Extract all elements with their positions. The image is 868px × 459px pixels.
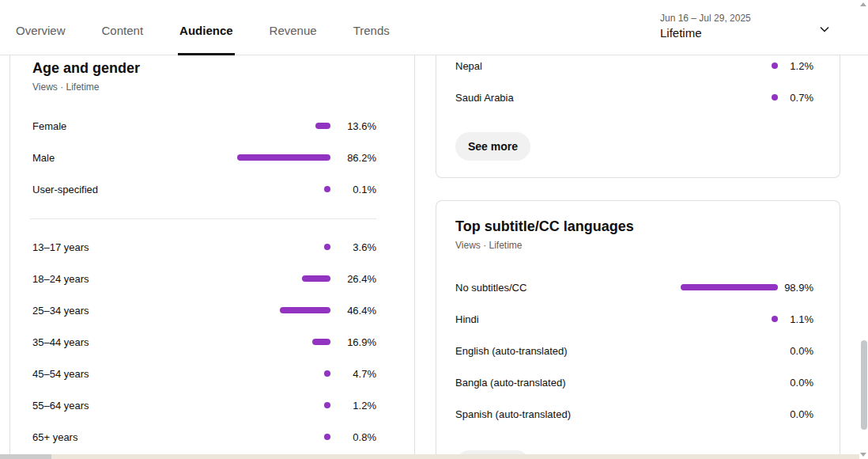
- bar-zone: [680, 284, 778, 290]
- row-value: 3.6%: [330, 241, 376, 253]
- subtitle-rows: No subtitles/CC98.9%Hindi1.1%English (au…: [436, 271, 840, 430]
- row-value: 16.9%: [330, 336, 376, 348]
- value-bar: [681, 284, 778, 290]
- analytics-header: OverviewContentAudienceRevenueTrends Jun…: [0, 0, 868, 55]
- value-bar: [237, 154, 330, 161]
- row-value: 26.4%: [330, 273, 376, 285]
- stat-row: Female13.6%: [10, 110, 414, 142]
- bar-zone: [222, 186, 330, 192]
- tab-bar: OverviewContentAudienceRevenueTrends: [14, 0, 391, 55]
- row-label: Bangla (auto-translated): [455, 377, 680, 389]
- row-value: 46.4%: [330, 305, 376, 317]
- tab-audience[interactable]: Audience: [178, 24, 235, 55]
- horizontal-scrollbar-thumb[interactable]: [0, 454, 51, 459]
- age-gender-card: Age and gender Views · Lifetime Female13…: [9, 47, 415, 459]
- bar-zone: [222, 370, 330, 377]
- stat-row: 65+ years0.8%: [10, 421, 414, 453]
- stat-row: 35–44 years16.9%: [10, 326, 414, 358]
- bar-zone: [222, 275, 330, 282]
- subtitle-card-title: Top subtitle/CC languages: [455, 218, 813, 234]
- bar-zone: [222, 434, 330, 440]
- row-value: 0.7%: [778, 92, 813, 104]
- row-label: 18–24 years: [32, 273, 222, 285]
- stat-row: 25–34 years46.4%: [10, 294, 414, 326]
- gender-rows: Female13.6%Male86.2%User-specified0.1%: [10, 110, 414, 205]
- value-bar: [315, 123, 330, 129]
- row-label: 45–54 years: [32, 368, 222, 380]
- subtitle-card-subtitle: Views · Lifetime: [455, 240, 813, 251]
- row-value: 13.6%: [330, 120, 376, 132]
- vertical-scrollbar-thumb[interactable]: [861, 340, 867, 430]
- horizontal-scrollbar[interactable]: [0, 454, 859, 459]
- row-label: 65+ years: [32, 431, 222, 443]
- row-label: Hindi: [455, 313, 680, 325]
- age-gender-title: Age and gender: [32, 60, 376, 76]
- row-label: 13–17 years: [32, 241, 222, 253]
- value-bar: [324, 186, 330, 192]
- date-period-text: Lifetime: [660, 25, 842, 42]
- value-bar: [772, 94, 778, 101]
- value-bar: [324, 244, 330, 250]
- row-label: Saudi Arabia: [455, 92, 680, 104]
- bar-zone: [680, 63, 778, 69]
- tab-content[interactable]: Content: [100, 24, 145, 55]
- stat-row: No subtitles/CC98.9%: [436, 271, 840, 303]
- tab-trends[interactable]: Trends: [352, 24, 391, 55]
- row-label: User-specified: [32, 184, 222, 195]
- row-value: 4.7%: [330, 368, 376, 380]
- row-value: 0.0%: [778, 377, 813, 389]
- bar-zone: [222, 154, 330, 161]
- stat-row: 18–24 years26.4%: [10, 263, 414, 294]
- bar-zone: [222, 402, 330, 408]
- stat-row: 13–17 years3.6%: [10, 231, 414, 263]
- row-value: 1.2%: [330, 400, 376, 412]
- bar-zone: [222, 123, 330, 129]
- chevron-down-icon[interactable]: [817, 22, 832, 36]
- row-value: 0.8%: [330, 431, 376, 443]
- tab-overview[interactable]: Overview: [14, 24, 67, 55]
- bar-zone: [680, 316, 778, 322]
- bar-zone: [222, 339, 330, 345]
- scroll-down-icon[interactable]: [860, 453, 866, 457]
- value-bar: [772, 316, 778, 322]
- stat-row: User-specified0.1%: [10, 173, 414, 205]
- row-value: 0.1%: [330, 184, 376, 195]
- stat-row: English (auto-translated)0.0%: [436, 335, 840, 366]
- row-value: 86.2%: [330, 152, 376, 164]
- stat-row: Bangla (auto-translated)0.0%: [436, 366, 840, 398]
- see-more-button[interactable]: See more: [455, 132, 530, 161]
- row-label: 35–44 years: [32, 336, 222, 348]
- row-value: 1.1%: [778, 313, 813, 325]
- section-divider: [30, 218, 376, 219]
- row-value: 0.0%: [778, 345, 813, 357]
- bar-zone: [680, 94, 778, 101]
- vertical-scrollbar[interactable]: [859, 0, 868, 459]
- scroll-up-icon[interactable]: [860, 2, 866, 6]
- row-label: 55–64 years: [32, 400, 222, 412]
- value-bar: [324, 370, 330, 377]
- top-geographies-card: Nepal1.2%Saudi Arabia0.7% See more: [436, 55, 840, 178]
- stat-row: 45–54 years4.7%: [10, 358, 414, 389]
- bar-zone: [222, 307, 330, 313]
- bar-zone: [222, 244, 330, 250]
- subtitle-languages-card: Top subtitle/CC languages Views · Lifeti…: [436, 200, 840, 459]
- row-label: Female: [32, 120, 222, 132]
- subtitle-card-head: Top subtitle/CC languages Views · Lifeti…: [436, 201, 840, 251]
- tab-revenue[interactable]: Revenue: [268, 24, 319, 55]
- value-bar: [772, 63, 778, 69]
- date-range-picker[interactable]: Jun 16 – Jul 29, 2025 Lifetime: [660, 12, 842, 47]
- date-range-text: Jun 16 – Jul 29, 2025: [660, 12, 842, 25]
- row-label: Male: [32, 152, 222, 164]
- row-label: No subtitles/CC: [455, 282, 680, 294]
- age-rows: 13–17 years3.6%18–24 years26.4%25–34 yea…: [10, 231, 414, 453]
- row-label: Spanish (auto-translated): [455, 408, 680, 420]
- stat-row: Spanish (auto-translated)0.0%: [436, 398, 840, 430]
- value-bar: [324, 434, 330, 440]
- stat-row: 55–64 years1.2%: [10, 389, 414, 421]
- row-label: 25–34 years: [32, 305, 222, 317]
- stat-row: Hindi1.1%: [436, 303, 840, 335]
- stat-row: Male86.2%: [10, 142, 414, 173]
- row-label: Nepal: [455, 60, 680, 72]
- row-value: 0.0%: [778, 408, 813, 420]
- value-bar: [280, 307, 330, 313]
